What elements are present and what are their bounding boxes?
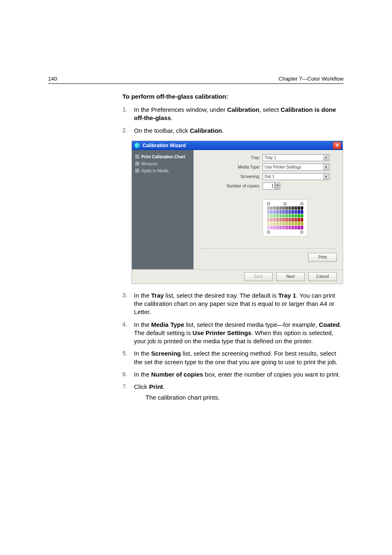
screening-label: Screening: [199,174,263,179]
next-button[interactable]: Next [276,272,305,281]
section-heading: To perform off-the-glass calibration: [122,93,344,100]
back-button: Back [244,272,273,281]
sidebar-item-print-chart[interactable]: Print Calibration Chart [134,153,191,160]
step-indicator-icon [135,169,139,173]
sidebar-item-measure[interactable]: Measure [134,160,191,167]
step-indicator-icon [135,155,139,159]
registration-dot-icon [267,202,270,205]
wizard-footer: Back Next Cancel [132,269,343,284]
page-number: 140 [48,76,57,82]
page-header: 140 Chapter 7—Color Workflow [48,76,344,84]
media-type-value: Use Printer Settings [265,165,301,169]
registration-dot-icon [284,202,286,205]
close-button[interactable]: ✕ [333,142,341,149]
screening-value: Dot 1 [265,174,274,179]
copies-label: Number of copies: [199,184,263,188]
chevron-down-icon: ▼ [323,174,329,179]
print-button[interactable]: Print [308,253,337,262]
registration-dot-icon [300,231,303,234]
step-indicator-icon [135,162,139,166]
wizard-sidebar: Print Calibration Chart Measure Apply to… [132,150,194,269]
calibration-chart-preview [263,199,308,236]
chevron-down-icon: ▼ [323,155,329,160]
step-3: In the Tray list, select the desired tra… [122,291,344,317]
registration-dot-icon [300,202,303,205]
sidebar-item-label: Measure [141,162,157,166]
tray-select[interactable]: Tray 1 ▼ [263,154,330,161]
window-title: Calibration Wizard [143,143,333,148]
registration-dot-icon [267,231,270,234]
copies-input[interactable] [263,183,275,190]
step-down-icon[interactable]: ▼ [275,186,280,190]
color-patch-grid [267,206,303,229]
screening-select[interactable]: Dot 1 ▼ [263,173,330,180]
step-7: Click Print. The calibration chart print… [122,383,344,402]
window-titlebar: Calibration Wizard ✕ [132,141,343,150]
close-icon: ✕ [335,143,339,148]
calibration-wizard-screenshot: Calibration Wizard ✕ Print Calibration C… [131,141,344,284]
step-6: In the Number of copies box, enter the n… [122,370,344,379]
chapter-title: Chapter 7—Color Workflow [279,76,344,82]
media-type-select[interactable]: Use Printer Settings ▼ [263,164,330,171]
media-type-label: Media Type: [199,165,263,169]
sidebar-item-label: Apply to Media [141,169,168,173]
step-up-icon[interactable]: ▲ [275,183,280,186]
step-5: In the Screening list, select the screen… [122,349,344,366]
sidebar-item-label: Print Calibration Chart [141,155,185,159]
tray-label: Tray: [199,155,263,160]
cancel-button[interactable]: Cancel [308,272,337,281]
step-7-result: The calibration chart prints. [145,393,344,402]
app-icon [134,143,140,148]
step-1: In the Preferences window, under Calibra… [122,106,344,123]
step-2: On the toolbar, click Calibration. [122,127,344,135]
copies-stepper[interactable]: ▲ ▼ [263,183,282,190]
tray-value: Tray 1 [265,155,276,160]
chevron-down-icon: ▼ [323,164,329,170]
wizard-main-panel: Tray: Tray 1 ▼ Media Type: Use Printer S… [194,150,343,269]
step-4: In the Media Type list, select the desir… [122,321,344,346]
sidebar-item-apply[interactable]: Apply to Media [134,167,191,174]
